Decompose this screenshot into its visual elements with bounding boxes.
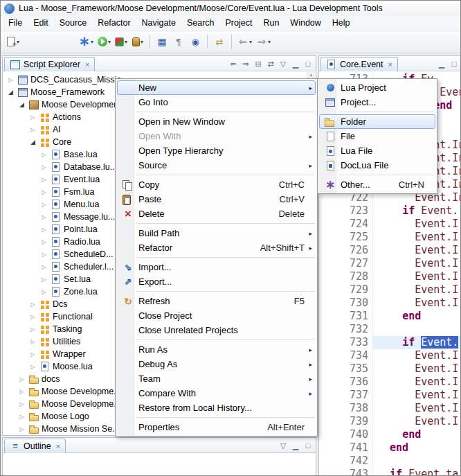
expand-arrow-icon[interactable]: ▷ xyxy=(39,202,48,208)
expand-arrow-icon[interactable]: ▷ xyxy=(39,289,48,295)
expand-arrow-icon[interactable]: ▷ xyxy=(39,227,48,233)
code-line-733[interactable]: 733 if Event. xyxy=(320,336,461,349)
menu-item-open-type-hierarchy[interactable]: Open Type Hierarchy xyxy=(117,143,316,158)
menu-item-refresh[interactable]: RefreshF5 xyxy=(117,294,316,308)
code-line-729[interactable]: 729 Event.I xyxy=(320,283,461,297)
menu-item-source[interactable]: Source▸ xyxy=(117,158,316,173)
close-icon[interactable]: × xyxy=(388,60,392,69)
expand-arrow-icon[interactable]: ▷ xyxy=(28,314,37,320)
expand-arrow-icon[interactable]: ▷ xyxy=(17,376,26,382)
open-element-button[interactable] xyxy=(154,33,170,50)
menu-item-debug-as[interactable]: Debug As▸ xyxy=(117,357,316,371)
expand-arrow-icon[interactable]: ▷ xyxy=(17,401,26,407)
dropdown-caret-icon[interactable]: ▾ xyxy=(17,39,19,45)
global-scope-button[interactable] xyxy=(188,33,203,50)
menu-item-lua-file[interactable]: Lua File xyxy=(319,143,435,158)
expand-arrow-icon[interactable]: ▷ xyxy=(39,152,48,158)
maximize-icon[interactable]: □ xyxy=(450,60,458,68)
menu-refactor[interactable]: Refactor xyxy=(92,17,136,29)
code-line-728[interactable]: 728 Event.I xyxy=(320,270,461,283)
debug-button[interactable]: ▾ xyxy=(78,33,95,50)
code-line-723[interactable]: 723 if Event. xyxy=(320,204,461,218)
code-line-731[interactable]: 731 end xyxy=(320,310,461,323)
code-line-737[interactable]: 737 Event.I xyxy=(320,389,461,402)
expand-arrow-icon[interactable]: ▷ xyxy=(39,164,48,170)
collapse-arrow-icon[interactable]: ◢ xyxy=(17,101,26,108)
maximize-icon[interactable]: □ xyxy=(304,60,312,68)
view-menu-icon[interactable]: ▽ xyxy=(279,441,287,450)
menu-source[interactable]: Source xyxy=(54,17,93,29)
code-line-742[interactable]: 742 xyxy=(320,455,461,468)
maximize-icon[interactable]: □ xyxy=(304,441,312,450)
menu-item-file[interactable]: File xyxy=(319,129,435,143)
minimize-icon[interactable]: ▁ xyxy=(291,441,300,450)
menu-run[interactable]: Run xyxy=(257,17,284,29)
expand-arrow-icon[interactable]: ▷ xyxy=(28,301,37,308)
view-menu-icon[interactable]: ▽ xyxy=(279,60,287,68)
new-button[interactable]: ▾ xyxy=(3,33,21,50)
menu-item-copy[interactable]: CopyCtrl+C xyxy=(117,177,316,192)
code-line-732[interactable]: 732 xyxy=(320,323,461,336)
forward-button[interactable]: ▾ xyxy=(255,33,272,50)
back-button[interactable]: ▾ xyxy=(236,33,253,50)
expand-arrow-icon[interactable]: ▷ xyxy=(39,252,48,258)
expand-arrow-icon[interactable]: ▷ xyxy=(39,264,48,270)
expand-arrow-icon[interactable]: ▷ xyxy=(39,239,48,245)
menu-item-paste[interactable]: PasteCtrl+V xyxy=(117,192,316,206)
menu-item-close-project[interactable]: Close Project xyxy=(117,308,316,323)
menu-item-open-with[interactable]: Open With▸ xyxy=(117,129,316,143)
collapse-all-icon[interactable]: ⊟ xyxy=(254,60,262,68)
dropdown-caret-icon[interactable]: ▾ xyxy=(108,39,111,45)
menu-item-build-path[interactable]: Build Path▸ xyxy=(117,226,316,240)
menu-item-project[interactable]: Project... xyxy=(319,95,435,109)
close-icon[interactable]: × xyxy=(85,60,89,69)
menu-item-export[interactable]: Export... xyxy=(117,274,316,289)
back-arrow-icon[interactable]: ⇐ xyxy=(229,60,237,68)
dropdown-caret-icon[interactable]: ▾ xyxy=(91,39,93,45)
menu-help[interactable]: Help xyxy=(327,17,356,29)
code-line-741[interactable]: 741 end xyxy=(320,441,461,455)
menu-item-delete[interactable]: DeleteDelete xyxy=(117,206,316,221)
external-tools-button[interactable]: ▾ xyxy=(130,33,145,50)
menu-item-import[interactable]: Import... xyxy=(117,260,316,274)
code-line-736[interactable]: 736 Event.I xyxy=(320,376,461,389)
forward-arrow-icon[interactable]: ⇒ xyxy=(242,60,250,68)
collapse-arrow-icon[interactable]: ◢ xyxy=(28,139,37,146)
expand-arrow-icon[interactable]: ▷ xyxy=(28,326,37,333)
dropdown-caret-icon[interactable]: ▾ xyxy=(141,39,143,45)
dropdown-caret-icon[interactable]: ▾ xyxy=(268,39,271,45)
code-line-743[interactable]: 743 if Event.ta xyxy=(320,468,461,476)
show-whitespace-button[interactable] xyxy=(171,33,186,50)
menu-item-compare-with[interactable]: Compare With▸ xyxy=(117,386,316,400)
menu-item-team[interactable]: Team▸ xyxy=(117,371,316,386)
coverage-button[interactable]: ▾ xyxy=(114,33,129,50)
code-line-740[interactable]: 740 end xyxy=(320,428,461,441)
menu-project[interactable]: Project xyxy=(220,17,258,29)
expand-arrow-icon[interactable]: ▷ xyxy=(28,114,37,121)
link-with-editor-button[interactable] xyxy=(212,33,227,50)
run-button[interactable]: ▾ xyxy=(96,33,112,50)
menu-item-run-as[interactable]: Run As▸ xyxy=(117,342,316,357)
code-line-738[interactable]: 738 Event.I xyxy=(320,402,461,415)
expand-arrow-icon[interactable]: ▷ xyxy=(17,389,26,395)
minimize-icon[interactable]: ▁ xyxy=(291,60,300,68)
code-line-724[interactable]: 724 Event.I xyxy=(320,218,461,231)
menu-item-doclua-file[interactable]: DocLua File xyxy=(319,158,435,173)
code-line-739[interactable]: 739 Event.I xyxy=(320,415,461,428)
code-line-726[interactable]: 726 Event.I xyxy=(320,244,461,257)
dropdown-caret-icon[interactable]: ▾ xyxy=(125,39,127,45)
expand-arrow-icon[interactable]: ▷ xyxy=(28,127,37,133)
menu-search[interactable]: Search xyxy=(181,17,220,29)
menu-item-folder[interactable]: Folder xyxy=(319,114,435,129)
menu-window[interactable]: Window xyxy=(284,17,326,29)
tab-core-event[interactable]: Core.Event × xyxy=(320,57,398,71)
collapse-arrow-icon[interactable]: ◢ xyxy=(6,89,15,96)
code-line-725[interactable]: 725 Event.I xyxy=(320,231,461,244)
menu-item-new[interactable]: New▸ xyxy=(117,80,316,95)
expand-arrow-icon[interactable]: ▷ xyxy=(39,214,48,220)
menu-item-restore-from-local-history[interactable]: Restore from Local History... xyxy=(117,400,316,415)
code-line-735[interactable]: 735 Event.I xyxy=(320,362,461,376)
expand-arrow-icon[interactable]: ▷ xyxy=(39,177,48,183)
dropdown-caret-icon[interactable]: ▾ xyxy=(249,39,252,45)
menu-item-lua-project[interactable]: Lua Project xyxy=(319,80,435,95)
